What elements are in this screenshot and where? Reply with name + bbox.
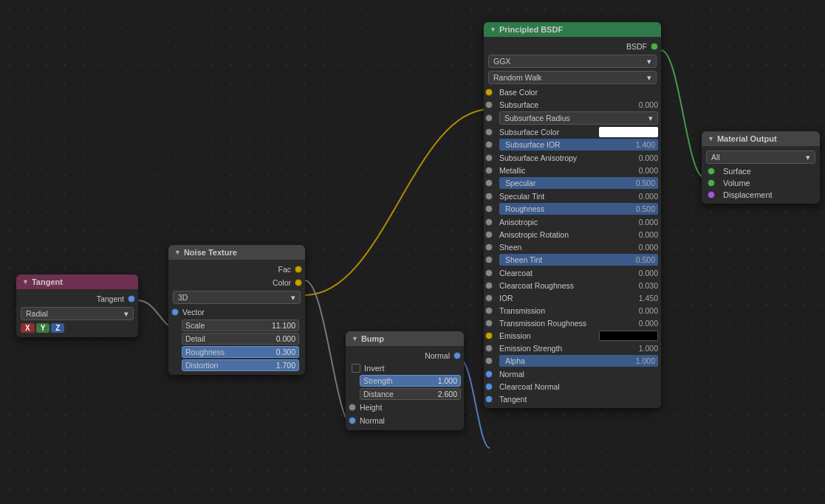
bump-strength-field[interactable]: Strength 1.000 (360, 375, 461, 387)
bump-distance-field[interactable]: Distance 2.600 (360, 388, 461, 400)
tangent-output-label: Tangent (97, 294, 124, 303)
noise-color-socket[interactable] (295, 279, 302, 286)
tangent-output-row: Tangent (16, 292, 138, 305)
tangent-type-label: Radial (26, 309, 48, 318)
bsdf-transmission-socket[interactable] (485, 307, 493, 314)
tangent-axis-z[interactable]: Z (51, 323, 64, 333)
noise-fac-socket[interactable] (295, 266, 302, 273)
bsdf-clearcoat-normal-socket[interactable] (485, 383, 493, 390)
tangent-node-header[interactable]: ▼ Tangent (16, 275, 138, 289)
bump-normal-input-socket[interactable] (349, 417, 356, 424)
bsdf-tangent-socket[interactable] (485, 396, 493, 403)
bsdf-clearcoat-roughness-socket[interactable] (485, 282, 493, 289)
bsdf-sss-radius-socket[interactable] (485, 114, 493, 122)
noise-scale-field[interactable]: Scale 11.100 (182, 320, 299, 331)
output-type-dropdown[interactable]: All ▾ (706, 151, 815, 164)
bsdf-roughness-bar[interactable]: Roughness 0.500 (499, 203, 658, 215)
noise-detail-label: Detail (185, 334, 276, 343)
output-displacement-row: Displacement (702, 189, 820, 201)
bump-invert-checkbox[interactable] (352, 364, 360, 373)
bsdf-transmission-roughness-socket[interactable] (485, 320, 493, 327)
bsdf-anisotropic-socket[interactable] (485, 218, 493, 226)
noise-roughness-value: 0.300 (276, 348, 295, 356)
bsdf-aniso-rotation-socket[interactable] (485, 231, 493, 238)
bsdf-clearcoat-roughness-row: Clearcoat Roughness 0.030 (484, 279, 661, 291)
tangent-axis-y[interactable]: Y (36, 323, 50, 333)
bsdf-sheen-tint-value: 0.500 (626, 255, 655, 264)
bsdf-transmission-roughness-value: 0.000 (629, 319, 658, 328)
bsdf-clearcoat-roughness-value: 0.030 (629, 281, 658, 290)
bsdf-alpha-socket[interactable] (485, 357, 493, 365)
bsdf-emission-strength-socket[interactable] (485, 345, 493, 352)
output-surface-row: Surface (702, 165, 820, 177)
noise-collapse-arrow[interactable]: ▼ (174, 249, 181, 256)
bsdf-sss-radius-dropdown[interactable]: Subsurface Radius ▾ (499, 111, 658, 125)
bump-collapse-arrow[interactable]: ▼ (352, 335, 358, 342)
bsdf-sheen-tint-socket[interactable] (485, 256, 493, 263)
bsdf-emission-socket[interactable] (485, 332, 493, 339)
noise-scale-label: Scale (185, 321, 272, 330)
output-volume-label: Volume (723, 179, 750, 187)
bsdf-metallic-socket[interactable] (485, 167, 493, 174)
bsdf-distribution-dropdown[interactable]: GGX ▾ (488, 55, 657, 68)
bump-invert-label: Invert (364, 364, 385, 373)
bsdf-subsurface-socket[interactable] (485, 101, 493, 108)
bsdf-subsurface-row: Subsurface 0.000 (484, 98, 661, 111)
output-volume-socket[interactable] (708, 179, 715, 187)
output-dropdown-row: All ▾ (702, 149, 820, 165)
tangent-type-dropdown[interactable]: Radial ▾ (21, 307, 134, 320)
bsdf-sss-ior-bar[interactable]: Subsurface IOR 1.400 (499, 139, 658, 151)
bsdf-sss-color-socket[interactable] (485, 128, 493, 136)
bump-height-label: Height (360, 403, 382, 412)
noise-dimension-dropdown[interactable]: 3D ▾ (173, 291, 301, 304)
bsdf-clearcoat-socket[interactable] (485, 269, 493, 277)
bsdf-sss-aniso-label: Subsurface Anisotropy (496, 153, 629, 162)
bsdf-sss-aniso-row: Subsurface Anisotropy 0.000 (484, 151, 661, 164)
bsdf-base-color-socket[interactable] (485, 89, 493, 96)
output-surface-socket[interactable] (708, 168, 715, 175)
bsdf-normal-label: Normal (496, 370, 658, 379)
bsdf-emission-swatch[interactable] (599, 331, 658, 341)
noise-color-label: Color (273, 278, 291, 287)
bsdf-node: ▼ Principled BSDF BSDF GGX ▾ Random Walk… (484, 22, 661, 408)
bsdf-normal-socket[interactable] (485, 370, 493, 378)
bsdf-sss-ior-row: Subsurface IOR 1.400 (484, 138, 661, 151)
bsdf-specular-socket[interactable] (485, 179, 493, 187)
bsdf-sheen-tint-bar[interactable]: Sheen Tint 0.500 (499, 254, 658, 266)
bsdf-sss-row: Random Walk ▾ (484, 69, 661, 86)
noise-distortion-field[interactable]: Distortion 1.700 (182, 359, 299, 371)
noise-vector-socket[interactable] (171, 308, 179, 316)
bsdf-sheen-socket[interactable] (485, 244, 493, 251)
bsdf-sheen-value: 0.000 (629, 243, 658, 252)
bsdf-specular-bar[interactable]: Specular 0.500 (499, 177, 658, 189)
noise-detail-field[interactable]: Detail 0.000 (182, 333, 299, 345)
bsdf-specular-tint-socket[interactable] (485, 193, 493, 200)
noise-roughness-field[interactable]: Roughness 0.300 (182, 346, 299, 358)
bsdf-sss-ior-socket[interactable] (485, 141, 493, 148)
output-node-title: Material Output (717, 134, 777, 143)
bsdf-alpha-bar[interactable]: Alpha 1.000 (499, 355, 658, 367)
output-collapse-arrow[interactable]: ▼ (708, 135, 714, 142)
bsdf-node-header[interactable]: ▼ Principled BSDF (484, 22, 661, 37)
tangent-collapse-arrow[interactable]: ▼ (22, 278, 29, 286)
bump-normal-socket[interactable] (453, 352, 461, 359)
output-node-header[interactable]: ▼ Material Output (702, 131, 820, 146)
tangent-output-socket[interactable] (128, 295, 135, 303)
output-surface-label: Surface (723, 167, 751, 176)
bsdf-sss-aniso-socket[interactable] (485, 154, 493, 162)
bsdf-sss-dropdown[interactable]: Random Walk ▾ (488, 71, 657, 84)
bsdf-emission-row: Emission (484, 329, 661, 342)
noise-node-header[interactable]: ▼ Noise Texture (168, 245, 305, 260)
bsdf-collapse-arrow[interactable]: ▼ (490, 26, 496, 33)
bsdf-ior-socket[interactable] (485, 294, 493, 302)
bump-node-header[interactable]: ▼ Bump (346, 331, 464, 346)
bsdf-sss-color-swatch[interactable] (599, 127, 658, 137)
bsdf-output-row: BSDF (484, 40, 661, 53)
output-displacement-socket[interactable] (708, 191, 715, 199)
bsdf-output-socket[interactable] (651, 43, 658, 50)
bump-height-socket[interactable] (349, 404, 356, 411)
noise-node-title: Noise Texture (184, 248, 237, 257)
bump-distance-value: 2.600 (438, 390, 457, 398)
tangent-axis-x[interactable]: X (21, 323, 35, 333)
bsdf-roughness-socket[interactable] (485, 205, 493, 213)
